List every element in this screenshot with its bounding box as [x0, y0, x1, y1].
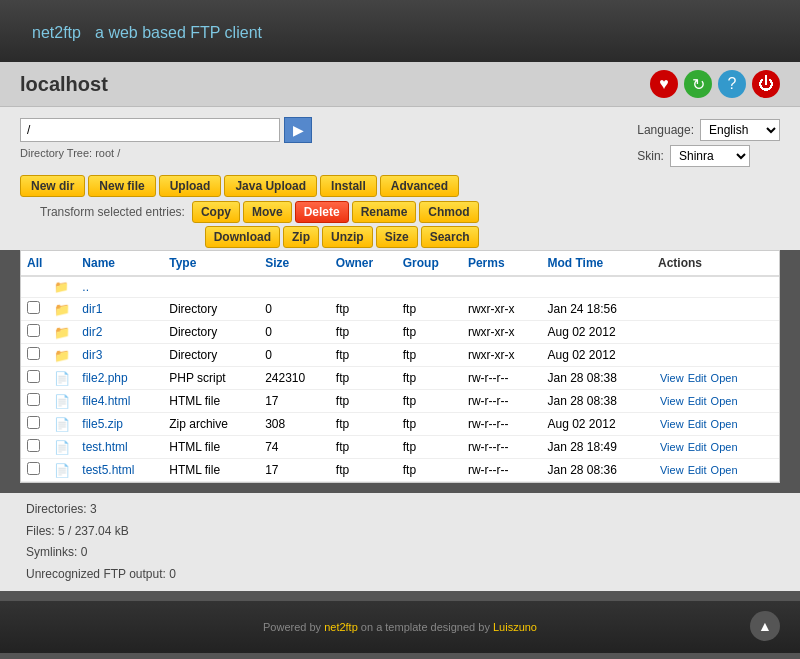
refresh-icon[interactable]: ↻ — [684, 70, 712, 98]
unzip-button[interactable]: Unzip — [322, 226, 373, 248]
power-icon[interactable]: ⏻ — [752, 70, 780, 98]
action-edit-link[interactable]: Edit — [688, 395, 707, 407]
select-all-link[interactable]: All — [27, 256, 42, 270]
row-name-link[interactable]: file4.html — [82, 394, 130, 408]
action-open-link[interactable]: Open — [711, 418, 738, 430]
row-icon-cell: 📁 — [48, 321, 76, 344]
row-owner-cell: ftp — [330, 459, 397, 482]
col-icon — [48, 251, 76, 276]
dir-tree-path[interactable]: root / — [95, 147, 120, 159]
row-name-link[interactable]: file5.zip — [82, 417, 123, 431]
row-checkbox[interactable] — [27, 393, 40, 406]
footer-designer-link[interactable]: Luiszuno — [493, 621, 537, 633]
action-open-link[interactable]: Open — [711, 464, 738, 476]
action-edit-link[interactable]: Edit — [688, 441, 707, 453]
row-actions-cell — [652, 276, 779, 298]
table-row: 📁 dir2 Directory 0 ftp ftp rwxr-xr-x Aug… — [21, 321, 779, 344]
row-type-cell: HTML file — [163, 459, 259, 482]
col-type[interactable]: Type — [163, 251, 259, 276]
footer-text-middle: on a template designed by — [358, 621, 493, 633]
row-name-link[interactable]: file2.php — [82, 371, 127, 385]
copy-button[interactable]: Copy — [192, 201, 240, 223]
row-name-link[interactable]: test.html — [82, 440, 127, 454]
action-view-link[interactable]: View — [660, 372, 684, 384]
footer-brand-link[interactable]: net2ftp — [324, 621, 358, 633]
row-name-link[interactable]: .. — [82, 280, 89, 294]
row-icon-cell: 📁 — [48, 344, 76, 367]
row-modtime-cell: Jan 24 18:56 — [542, 298, 652, 321]
row-name-link[interactable]: test5.html — [82, 463, 134, 477]
heart-icon[interactable]: ♥ — [650, 70, 678, 98]
row-group-cell: ftp — [397, 459, 462, 482]
action-edit-link[interactable]: Edit — [688, 418, 707, 430]
col-mod-time[interactable]: Mod Time — [542, 251, 652, 276]
row-type-cell — [163, 276, 259, 298]
path-left: ▶ Directory Tree: root / — [20, 117, 617, 159]
download-button[interactable]: Download — [205, 226, 280, 248]
row-checkbox[interactable] — [27, 439, 40, 452]
zip-button[interactable]: Zip — [283, 226, 319, 248]
col-perms[interactable]: Perms — [462, 251, 542, 276]
upload-button[interactable]: Upload — [159, 175, 222, 197]
row-checkbox-cell[interactable] — [21, 436, 48, 459]
row-checkbox[interactable] — [27, 301, 40, 314]
col-name[interactable]: Name — [76, 251, 163, 276]
language-select[interactable]: English — [700, 119, 780, 141]
action-open-link[interactable]: Open — [711, 441, 738, 453]
row-size-cell: 74 — [259, 436, 330, 459]
row-name-link[interactable]: dir3 — [82, 348, 102, 362]
action-view-link[interactable]: View — [660, 418, 684, 430]
row-checkbox[interactable] — [27, 370, 40, 383]
row-name-link[interactable]: dir2 — [82, 325, 102, 339]
col-size[interactable]: Size — [259, 251, 330, 276]
language-label: Language: — [637, 123, 694, 137]
new-dir-button[interactable]: New dir — [20, 175, 85, 197]
toolbar-left-buttons: New dir New file Upload Java Upload Inst… — [20, 175, 459, 197]
col-group[interactable]: Group — [397, 251, 462, 276]
row-checkbox[interactable] — [27, 324, 40, 337]
tagline: a web based FTP client — [95, 24, 262, 41]
delete-button[interactable]: Delete — [295, 201, 349, 223]
row-checkbox-cell[interactable] — [21, 298, 48, 321]
row-checkbox[interactable] — [27, 462, 40, 475]
search-button[interactable]: Search — [421, 226, 479, 248]
footer-text-before: Powered by — [263, 621, 324, 633]
action-view-link[interactable]: View — [660, 464, 684, 476]
path-go-button[interactable]: ▶ — [284, 117, 312, 143]
row-checkbox-cell[interactable] — [21, 390, 48, 413]
skin-select[interactable]: Shinra — [670, 145, 750, 167]
rename-button[interactable]: Rename — [352, 201, 417, 223]
brand-name: net2ftp — [32, 24, 81, 41]
path-input[interactable] — [20, 118, 280, 142]
size-button[interactable]: Size — [376, 226, 418, 248]
action-view-link[interactable]: View — [660, 441, 684, 453]
col-owner[interactable]: Owner — [330, 251, 397, 276]
row-owner-cell: ftp — [330, 298, 397, 321]
action-view-link[interactable]: View — [660, 395, 684, 407]
row-checkbox-cell[interactable] — [21, 413, 48, 436]
row-type-cell: Zip archive — [163, 413, 259, 436]
install-button[interactable]: Install — [320, 175, 377, 197]
action-edit-link[interactable]: Edit — [688, 464, 707, 476]
move-button[interactable]: Move — [243, 201, 292, 223]
row-checkbox[interactable] — [27, 347, 40, 360]
table-row: 📄 file5.zip Zip archive 308 ftp ftp rw-r… — [21, 413, 779, 436]
row-checkbox-cell[interactable] — [21, 459, 48, 482]
chmod-button[interactable]: Chmod — [419, 201, 478, 223]
row-owner-cell: ftp — [330, 413, 397, 436]
row-checkbox-cell[interactable] — [21, 367, 48, 390]
action-edit-link[interactable]: Edit — [688, 372, 707, 384]
action-open-link[interactable]: Open — [711, 395, 738, 407]
row-checkbox-cell[interactable] — [21, 344, 48, 367]
new-file-button[interactable]: New file — [88, 175, 155, 197]
advanced-button[interactable]: Advanced — [380, 175, 459, 197]
action-open-link[interactable]: Open — [711, 372, 738, 384]
row-checkbox[interactable] — [27, 416, 40, 429]
java-upload-button[interactable]: Java Upload — [224, 175, 317, 197]
help-icon[interactable]: ? — [718, 70, 746, 98]
transform-row1: Transform selected entries: Copy Move De… — [40, 201, 479, 223]
row-name-link[interactable]: dir1 — [82, 302, 102, 316]
file-icon: 📄 — [54, 394, 70, 409]
row-name-cell: file5.zip — [76, 413, 163, 436]
row-checkbox-cell[interactable] — [21, 321, 48, 344]
